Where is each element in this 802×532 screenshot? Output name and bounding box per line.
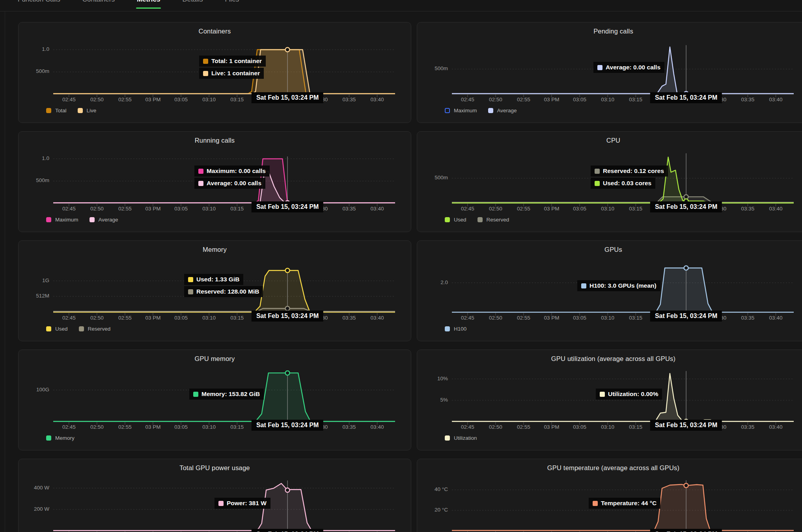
tooltip-text: Used: 0.03 cores (603, 180, 651, 187)
tooltip-text: Reserved: 128.00 MiB (196, 288, 259, 295)
legend-item-average[interactable]: Average (90, 217, 118, 223)
legend-item-live[interactable]: Live (78, 108, 97, 113)
chart-title: Memory (19, 246, 411, 253)
legend-label: Memory (55, 435, 75, 441)
x-axis-label: 02:55 (508, 315, 539, 321)
x-axis-label: 03:10 (193, 424, 225, 430)
tooltip-text: Live: 1 container (211, 70, 260, 77)
tooltip-series-swatch (188, 289, 193, 294)
y-axis-label: 10% (420, 376, 448, 381)
x-axis-label: 02:50 (81, 97, 113, 102)
hover-marker (285, 371, 290, 375)
x-axis-label: 03:05 (165, 206, 197, 212)
x-axis-label: 03:35 (732, 97, 763, 102)
x-axis-label: 03:40 (760, 206, 792, 212)
y-axis-label: 100G (21, 387, 49, 392)
y-axis-label: 1.0 (21, 155, 49, 161)
tab-containers[interactable]: Containers (82, 0, 116, 7)
time-tooltip: Sat Feb 15, 03:24 PM (252, 529, 323, 532)
series-line (452, 197, 794, 202)
chart-tooltip: Used: 1.33 GiBReserved: 128.00 MiB (184, 274, 263, 298)
y-axis-label: 2.0 (420, 279, 448, 285)
legend-item-memory[interactable]: Memory (46, 435, 75, 441)
chart-tooltip: Average: 0.00 calls (593, 62, 664, 74)
hover-marker (684, 195, 688, 199)
legend-item-utilization[interactable]: Utilization (445, 435, 477, 441)
legend-swatch (79, 326, 84, 331)
tab-metrics[interactable]: Metrics (136, 0, 161, 7)
chart-tooltip: Reserved: 0.12 coresUsed: 0.03 cores (591, 166, 668, 190)
legend-label: Total (55, 108, 67, 113)
legend-item-maximum[interactable]: Maximum (445, 108, 477, 113)
chart-legend: MaximumAverage (46, 217, 118, 223)
tabbar-divider (0, 11, 802, 11)
chart-legend: H100 (445, 326, 466, 332)
legend-item-reserved[interactable]: Reserved (79, 326, 111, 332)
x-axis-label: 02:55 (109, 315, 141, 321)
x-axis-label: 03:15 (221, 206, 253, 212)
x-axis-label: 03 PM (137, 97, 169, 102)
chart-tooltip: Memory: 153.82 GiB (189, 389, 264, 401)
y-axis-label: 512M (21, 293, 49, 299)
legend-label: H100 (454, 326, 466, 332)
hover-marker (285, 488, 290, 492)
x-axis-label: 02:50 (81, 315, 113, 321)
chart-tooltip: Total: 1 containerLive: 1 container (199, 56, 266, 80)
chart-title: GPUs (417, 246, 802, 253)
x-axis-label: 02:50 (81, 424, 113, 430)
x-axis-label: 03:10 (592, 206, 623, 212)
legend-item-h100[interactable]: H100 (445, 326, 466, 332)
chart-legend: UsedReserved (46, 326, 110, 332)
legend-label: Average (99, 217, 118, 223)
x-axis-label: 02:50 (480, 424, 511, 430)
legend-item-total[interactable]: Total (46, 108, 67, 113)
chart-legend: Utilization (445, 435, 477, 441)
x-axis-label: 02:55 (508, 97, 539, 102)
x-axis-label: 03:05 (564, 97, 595, 102)
tooltip-text: Power: 381 W (227, 500, 267, 507)
legend-swatch (445, 435, 450, 441)
time-tooltip: Sat Feb 15, 03:24 PM (650, 201, 722, 212)
x-axis-label: 03:15 (620, 424, 651, 430)
legend-item-used[interactable]: Used (445, 217, 466, 223)
chart-panel-gpu-temperature-average-across-all-gpus: GPU temperature (average across all GPUs… (417, 459, 802, 532)
chart-title: CPU (417, 137, 802, 144)
legend-swatch (90, 217, 95, 222)
chart-tooltip: H100: 3.0 GPUs (mean) (577, 280, 660, 292)
x-axis-label: 03:35 (732, 424, 763, 430)
chart-tooltip: Maximum: 0.00 callsAverage: 0.00 calls (194, 166, 270, 190)
x-axis-label: 03 PM (137, 424, 169, 430)
tooltip-row: H100: 3.0 GPUs (mean) (577, 280, 660, 291)
tooltip-row: Used: 1.33 GiB (184, 274, 243, 285)
tooltip-series-swatch (581, 283, 586, 288)
chart-panel-memory: Memory Used: 1.33 GiBReserved: 128.00 Mi… (18, 240, 411, 341)
chart-panel-cpu: CPU Reserved: 0.12 coresUsed: 0.03 cores… (417, 131, 802, 232)
metrics-grid: Containers Total: 1 containerLive: 1 con… (18, 22, 802, 532)
tooltip-row: Total: 1 container (199, 56, 266, 67)
x-axis-label: 03:05 (165, 315, 197, 321)
y-axis-label: 500m (21, 177, 49, 183)
legend-item-reserved[interactable]: Reserved (477, 217, 509, 223)
chart-tooltip: Utilization: 0.00% (596, 389, 662, 401)
legend-item-used[interactable]: Used (46, 326, 68, 332)
tab-function-calls[interactable]: Function Calls (17, 0, 61, 7)
tab-files[interactable]: Files (224, 0, 240, 7)
chart-title: Containers (19, 28, 411, 35)
x-axis-label: 03:40 (362, 424, 393, 430)
tooltip-row: Reserved: 0.12 cores (591, 166, 668, 177)
tooltip-series-swatch (597, 65, 602, 70)
chart-panel-running-calls: Running calls Maximum: 0.00 callsAverage… (18, 131, 411, 232)
legend-item-average[interactable]: Average (488, 108, 517, 113)
tab-label: Containers (82, 0, 115, 3)
x-axis-label: 03:40 (362, 315, 393, 321)
tooltip-text: Memory: 153.82 GiB (201, 391, 260, 398)
tooltip-text: Utilization: 0.00% (608, 391, 658, 398)
y-axis-label: 500m (21, 68, 49, 74)
y-axis-label: 1G (21, 277, 49, 283)
tab-details[interactable]: Details (181, 0, 203, 7)
time-tooltip: Sat Feb 15, 03:24 PM (650, 529, 722, 532)
legend-item-maximum[interactable]: Maximum (46, 217, 78, 223)
tooltip-series-swatch (595, 169, 600, 174)
x-axis-label: 03:10 (592, 315, 623, 321)
x-axis-label: 03:35 (333, 97, 365, 102)
